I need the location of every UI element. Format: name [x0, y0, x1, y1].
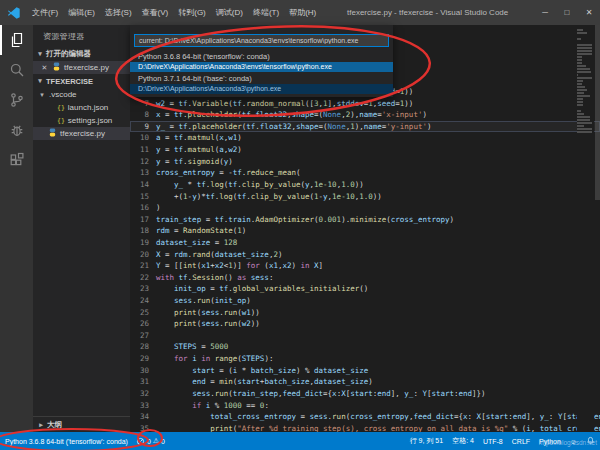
- problems-indicator[interactable]: 0 ⚠ 0: [136, 437, 165, 446]
- debug-icon[interactable]: [0, 115, 33, 145]
- code-line[interactable]: 26 print(sess.run(w2)): [130, 318, 600, 330]
- line-number: 15: [130, 191, 156, 203]
- code-line[interactable]: 22with tf.Session() as sess:: [130, 272, 600, 284]
- code-line[interactable]: 24 sess.run(init_op): [130, 295, 600, 307]
- code-line[interactable]: 29 for i in range(STEPS):: [130, 353, 600, 365]
- quick-pick-input[interactable]: [134, 34, 389, 47]
- code-line[interactable]: 17train_step = tf.train.AdamOptimizer(0.…: [130, 214, 600, 226]
- code-line[interactable]: 16): [130, 202, 600, 214]
- minimap-line: [577, 86, 585, 88]
- code-text: a = tf.matmul(x,w1): [156, 132, 242, 144]
- code-text: train_step = tf.train.AdamOptimizer(0.00…: [156, 214, 454, 226]
- interpreter-option-base[interactable]: Python 3.7.1 64-bit ('base': conda) D:\D…: [130, 72, 393, 94]
- code-line[interactable]: 19dataset_size = 128: [130, 237, 600, 249]
- code-line[interactable]: 14 y_ * tf.log(tf.clip_by_value(y,1e-10,…: [130, 179, 600, 191]
- interpreter-option-tensorflow[interactable]: Python 3.6.8 64-bit ('tensorflow': conda…: [130, 50, 393, 72]
- code-text: sess.run(train_step,feed_dict={x:X[start…: [156, 388, 486, 400]
- explorer-header: 资源管理器: [33, 25, 130, 47]
- tree-item-tfexercise-py[interactable]: tfexercise.py: [33, 127, 130, 140]
- outline-section[interactable]: ▸ 大纲: [33, 416, 130, 432]
- minimap[interactable]: [577, 27, 594, 432]
- search-icon[interactable]: [0, 55, 33, 85]
- open-editor-filename: tfexercise.py: [64, 63, 109, 72]
- window-controls: ─ □ ✕: [534, 8, 600, 17]
- tree-item-launch-json[interactable]: {} launch.json: [33, 101, 130, 114]
- indentation-indicator[interactable]: 空格: 4: [452, 436, 474, 446]
- menu-terminal[interactable]: 终端(T): [248, 7, 284, 18]
- line-number: 25: [130, 307, 156, 319]
- cursor-position[interactable]: 行 9, 列 51: [410, 436, 443, 446]
- minimap-line: [577, 71, 591, 73]
- json-file-icon: {}: [57, 117, 65, 125]
- open-editor-item-tfexercise[interactable]: ✕ tfexercise.py: [33, 61, 130, 74]
- code-line[interactable]: 35 print("After %d training step(s), cro…: [130, 423, 600, 432]
- minimap-line: [577, 83, 582, 85]
- code-line[interactable]: 23 init_op = tf.global_variables_initial…: [130, 283, 600, 295]
- extensions-icon[interactable]: [0, 145, 33, 175]
- close-icon[interactable]: ✕: [40, 64, 49, 72]
- menu-view[interactable]: 查看(V): [137, 7, 174, 18]
- code-text: sess.run(init_op): [156, 295, 251, 307]
- interpreter-indicator[interactable]: Python 3.6.8 64-bit ('tensorflow': conda…: [5, 438, 128, 445]
- code-line[interactable]: 15 +(1-y)*tf.log(tf.clip_by_value(1-y,1e…: [130, 191, 600, 203]
- line-number: 28: [130, 341, 156, 353]
- warning-count: 0: [161, 438, 165, 445]
- code-line[interactable]: 32 sess.run(train_step,feed_dict={x:X[st…: [130, 388, 600, 400]
- interpreter-label: Python 3.7.1 64-bit ('base': conda): [130, 72, 393, 84]
- menu-file[interactable]: 文件(F): [27, 7, 63, 18]
- code-text: ): [156, 202, 161, 214]
- code-line[interactable]: 11y = tf.matmul(a,w2): [130, 144, 600, 156]
- line-number: 29: [130, 353, 156, 365]
- code-text: y_ * tf.log(tf.clip_by_value(y,1e-10,1.0…: [156, 179, 364, 191]
- encoding-indicator[interactable]: UTF-8: [483, 438, 503, 445]
- menu-debug[interactable]: 调试(D): [211, 7, 248, 18]
- code-line[interactable]: 18rdm = RandomState(1): [130, 225, 600, 237]
- menu-go[interactable]: 转到(G): [173, 7, 211, 18]
- close-button[interactable]: ✕: [578, 8, 600, 17]
- code-line[interactable]: 28 STEPS = 5000: [130, 341, 600, 353]
- code-text: end = min(start+batch_size,dataset_size): [156, 376, 373, 388]
- tree-item-vscode-folder[interactable]: ▾ .vscode: [33, 88, 130, 101]
- minimap-line: [577, 116, 590, 118]
- source-control-icon[interactable]: [0, 85, 33, 115]
- code-line[interactable]: 34 total_cross_entropy = sess.run(cross_…: [130, 411, 600, 423]
- maximize-button[interactable]: □: [556, 8, 578, 17]
- code-line[interactable]: 7w2 = tf.Variable(tf.random_normal([3,1]…: [130, 98, 600, 110]
- code-text: dataset_size = 128: [156, 237, 237, 249]
- open-editors-header[interactable]: ▾ 打开的编辑器: [33, 47, 130, 61]
- code-text: with tf.Session() as sess:: [156, 272, 273, 284]
- scrollbar[interactable]: [595, 25, 600, 200]
- explorer-icon[interactable]: [0, 25, 33, 55]
- menu-help[interactable]: 帮助(H): [284, 7, 321, 18]
- line-number: 31: [130, 376, 156, 388]
- menu-selection[interactable]: 选择(S): [100, 7, 137, 18]
- minimap-line: [577, 128, 592, 130]
- project-folder-name: TFEXERCISE: [46, 77, 93, 86]
- code-line[interactable]: 30 start = (i * batch_size) % dataset_si…: [130, 365, 600, 377]
- minimap-line: [577, 65, 586, 67]
- code-line[interactable]: 33 if i % 1000 == 0:: [130, 400, 600, 412]
- code-line[interactable]: 25 print(sess.run(w1)): [130, 307, 600, 319]
- code-line[interactable]: 13cross_entropy = -tf.reduce_mean(: [130, 167, 600, 179]
- line-number: 8: [130, 109, 156, 121]
- code-line[interactable]: 20X = rdm.rand(dataset_size,2): [130, 249, 600, 261]
- code-line[interactable]: 21Y = [[int(x1+x2<1)] for (x1,x2) in X]: [130, 260, 600, 272]
- status-left: Python 3.6.8 64-bit ('tensorflow': conda…: [0, 437, 165, 446]
- minimize-button[interactable]: ─: [534, 8, 556, 17]
- interpreter-quick-pick: Python 3.6.8 64-bit ('tensorflow': conda…: [130, 25, 393, 97]
- eol-indicator[interactable]: CRLF: [512, 438, 530, 445]
- python-file-icon: [48, 128, 57, 139]
- code-line[interactable]: 31 end = min(start+batch_size,dataset_si…: [130, 376, 600, 388]
- menu-edit[interactable]: 编辑(E): [63, 7, 100, 18]
- code-text: start = (i * batch_size) % dataset_size: [156, 365, 368, 377]
- code-line[interactable]: 8x = tf.placeholder(tf.float32,shape=(No…: [130, 109, 600, 121]
- tree-item-settings-json[interactable]: {} settings.json: [33, 114, 130, 127]
- line-number: 35: [130, 423, 156, 432]
- code-line[interactable]: 9y_ = tf.placeholder(tf.float32,shape=(N…: [130, 121, 600, 133]
- minimap-line: [577, 110, 581, 112]
- minimap-line: [577, 59, 582, 61]
- code-line[interactable]: 12y = tf.sigmoid(y): [130, 156, 600, 168]
- project-folder-header[interactable]: ▾ TFEXERCISE: [33, 74, 130, 88]
- code-line[interactable]: 27: [130, 330, 600, 342]
- code-line[interactable]: 10a = tf.matmul(x,w1): [130, 132, 600, 144]
